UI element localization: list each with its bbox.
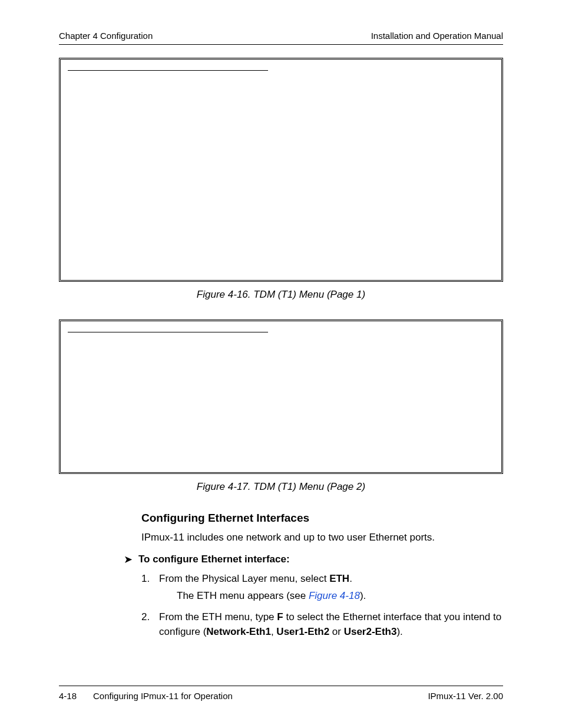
figure-4-16-box bbox=[59, 58, 503, 282]
step-2-text-i: ). bbox=[396, 626, 402, 637]
procedure-arrow-icon: ➤ bbox=[124, 554, 133, 565]
header-right: Installation and Operation Manual bbox=[371, 31, 503, 41]
step-1-sub-b: ). bbox=[360, 590, 366, 601]
step-1-text-a: From the Physical Layer menu, select bbox=[159, 573, 329, 584]
footer-left: 4-18 Configuring IPmux-11 for Operation bbox=[59, 691, 233, 701]
procedure-title: To configure Ethernet interface: bbox=[138, 554, 290, 565]
footer-product-version: IPmux-11 Ver. 2.00 bbox=[428, 691, 503, 701]
body-block: Configuring Ethernet Interfaces IPmux-11… bbox=[141, 512, 503, 640]
step-2-key-f: F bbox=[277, 611, 283, 622]
step-2-text-g: or bbox=[329, 626, 344, 637]
procedure-steps: From the Physical Layer menu, select ETH… bbox=[141, 571, 503, 640]
step-1-result: The ETH menu appears (see Figure 4-18). bbox=[177, 588, 503, 604]
step-2: From the ETH menu, type F to select the … bbox=[141, 610, 503, 640]
section-heading: Configuring Ethernet Interfaces bbox=[141, 512, 503, 525]
procedure-heading-row: ➤ To configure Ethernet interface: bbox=[124, 554, 503, 565]
running-footer: 4-18 Configuring IPmux-11 for Operation … bbox=[59, 686, 503, 701]
page: Chapter 4 Configuration Installation and… bbox=[0, 0, 562, 728]
figure-inner-rule bbox=[68, 332, 268, 332]
step-2-user2-eth3: User2-Eth3 bbox=[344, 626, 397, 637]
footer-page-number: 4-18 bbox=[59, 691, 77, 701]
step-2-user1-eth2: User1-Eth2 bbox=[276, 626, 329, 637]
footer-section-title: Configuring IPmux-11 for Operation bbox=[93, 691, 233, 701]
running-header: Chapter 4 Configuration Installation and… bbox=[59, 31, 503, 45]
figure-4-18-link[interactable]: Figure 4-18 bbox=[309, 590, 360, 601]
step-1-eth: ETH bbox=[329, 573, 349, 584]
intro-paragraph: IPmux-11 includes one network and up to … bbox=[141, 531, 503, 545]
figure-inner-rule bbox=[68, 70, 268, 71]
step-2-net-eth1: Network-Eth1 bbox=[206, 626, 271, 637]
figure-4-17-caption: Figure 4-17. TDM (T1) Menu (Page 2) bbox=[59, 481, 503, 493]
figure-4-16-caption: Figure 4-16. TDM (T1) Menu (Page 1) bbox=[59, 289, 503, 301]
figure-4-17-box bbox=[59, 319, 503, 474]
step-1-text-c: . bbox=[349, 573, 352, 584]
step-1-sub-a: The ETH menu appears (see bbox=[177, 590, 309, 601]
header-left: Chapter 4 Configuration bbox=[59, 31, 153, 41]
step-2-text-e: , bbox=[271, 626, 276, 637]
step-1: From the Physical Layer menu, select ETH… bbox=[141, 571, 503, 604]
step-2-text-a: From the ETH menu, type bbox=[159, 611, 277, 622]
